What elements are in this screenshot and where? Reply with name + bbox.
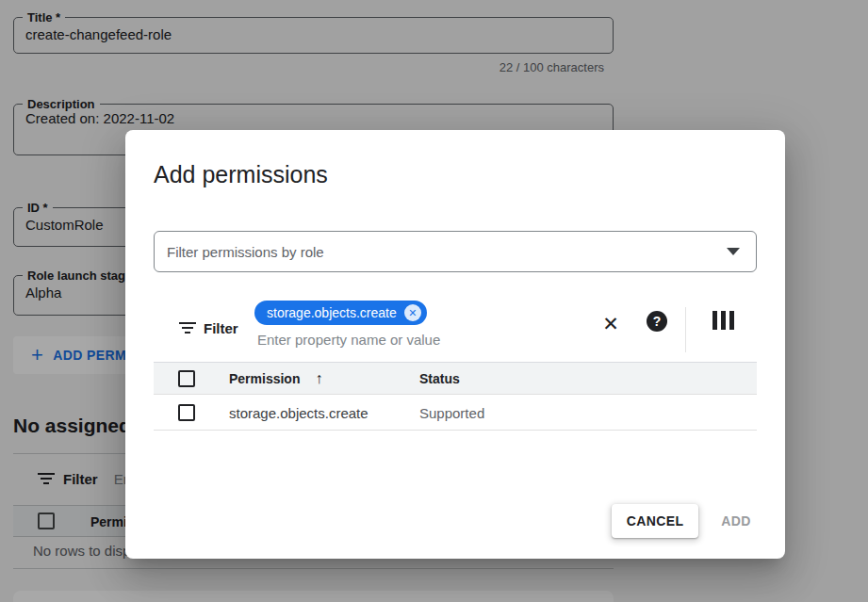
dialog-filter-input[interactable] [257, 332, 568, 348]
chip-remove-icon[interactable] [404, 304, 421, 321]
permissions-table-header: Permission Status [154, 363, 757, 395]
row-status-cell: Supported [419, 404, 484, 420]
clear-filter-icon[interactable] [597, 310, 625, 338]
permissions-table: Permission Status storage.objects.create… [154, 363, 757, 431]
filter-chip-label: storage.objects.create [267, 305, 397, 320]
select-all-checkbox[interactable] [178, 370, 195, 387]
dialog-filter-toolbar: Filter storage.objects.create [154, 297, 757, 363]
status-column-header: Status [419, 371, 460, 386]
toolbar-divider [685, 307, 686, 352]
filter-icon [179, 322, 196, 334]
table-row[interactable]: storage.objects.create Supported [154, 395, 757, 431]
sort-ascending-icon[interactable] [315, 371, 322, 386]
role-select-placeholder: Filter permissions by role [167, 244, 324, 260]
filter-chip[interactable]: storage.objects.create [254, 301, 427, 325]
help-icon[interactable] [647, 311, 667, 332]
row-checkbox[interactable] [178, 404, 195, 421]
chevron-down-icon [727, 248, 740, 255]
dialog-title: Add permissions [154, 161, 328, 188]
column-settings-icon[interactable] [712, 311, 734, 330]
row-permission-cell: storage.objects.create [229, 404, 368, 420]
cancel-button[interactable]: CANCEL [612, 504, 698, 538]
filter-permissions-by-role-select[interactable]: Filter permissions by role [154, 231, 757, 272]
dialog-filter-label: Filter [204, 320, 238, 336]
add-button[interactable]: ADD [706, 504, 766, 538]
permission-column-header: Permission [229, 371, 300, 386]
add-permissions-dialog: Add permissions Filter permissions by ro… [125, 130, 785, 559]
